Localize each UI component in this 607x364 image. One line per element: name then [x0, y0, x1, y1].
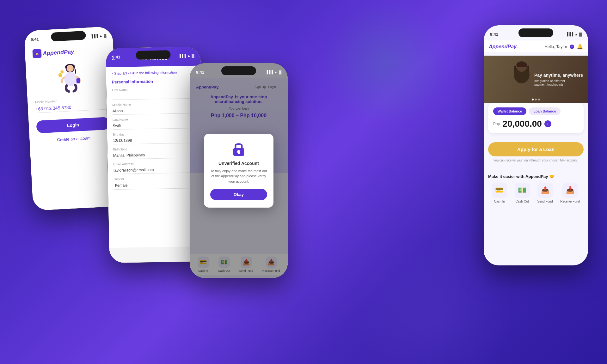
- svg-point-4: [58, 73, 62, 77]
- signal-icon-popup: ▐▐▐: [266, 70, 273, 74]
- section-title: Personal Information: [112, 78, 195, 85]
- modal-okay-button[interactable]: Okay: [210, 189, 267, 200]
- main-header-right: Hello, Taylor ✓ 🔔: [545, 44, 583, 50]
- email-input[interactable]: [113, 166, 197, 174]
- birthday-label: Birthday: [113, 131, 196, 136]
- status-icons-popup: ▐▐▐ ▲ ▓: [266, 70, 281, 74]
- easier-receivefund[interactable]: 📥 Receive Fund: [560, 183, 580, 203]
- wallet-balance-tab[interactable]: Wallet Balance: [493, 107, 526, 115]
- banner-overlay: Pay anytime, anywhere Integration of dif…: [534, 56, 583, 103]
- banner-title: Pay anytime, anywhere: [534, 72, 583, 78]
- wifi-icon: ▲: [99, 34, 103, 38]
- easier-cashin-label: Cash In: [494, 200, 505, 203]
- wifi-icon-verify: ▲: [187, 54, 191, 58]
- loan-note: You can receive your loan through your c…: [488, 158, 584, 163]
- notch-main: [518, 28, 553, 37]
- loan-balance-tab[interactable]: Loan Balance: [529, 107, 561, 115]
- easier-receivefund-label: Receive Fund: [560, 200, 580, 203]
- form-group-middlename: Middle Name: [112, 102, 196, 115]
- wifi-icon-popup: ▲: [274, 70, 278, 74]
- create-account-link[interactable]: Create an account: [37, 135, 110, 143]
- firstname-input[interactable]: [112, 91, 196, 100]
- notch-login: [51, 31, 86, 41]
- signal-icon-verify: ▐▐▐: [178, 54, 186, 58]
- bell-icon[interactable]: 🔔: [577, 44, 583, 50]
- modal-body: To fully enjoy and make the most out of …: [210, 168, 267, 184]
- banner-dots: [532, 99, 540, 100]
- battery-icon-main: ▓: [579, 32, 582, 36]
- balance-currency: Php: [493, 122, 500, 126]
- login-content: AppendPay.: [25, 42, 118, 147]
- easier-cashout[interactable]: 💵 Cash Out: [515, 183, 530, 203]
- form-group-gender: Gender Female Male Other: [113, 176, 197, 190]
- gender-select[interactable]: Female Male Other: [113, 180, 197, 190]
- logo-text: AppendPay.: [43, 48, 76, 57]
- easier-sendfund-icon: 📤: [537, 183, 553, 198]
- main-header: AppendPay. Hello, Taylor ✓ 🔔: [484, 40, 588, 52]
- firstname-label: First Name: [112, 87, 195, 92]
- lastname-input[interactable]: [113, 121, 196, 130]
- modal-title: Unverified Account: [210, 161, 267, 166]
- middlename-label: Middle Name: [112, 102, 196, 107]
- balance-amount: 20,000.00: [502, 119, 542, 129]
- easier-emoji: 🤝: [549, 174, 555, 179]
- easier-section: Make it easier with AppendPay 🤝 💳 Cash I…: [488, 174, 584, 203]
- dot-1: [532, 99, 534, 100]
- signal-icon-main: ▐▐▐: [566, 32, 573, 36]
- main-banner: Pay anytime, anywhere Integration of dif…: [484, 56, 588, 103]
- lock-icon: [231, 141, 247, 157]
- login-button[interactable]: Login: [36, 117, 110, 133]
- gender-label: Gender: [113, 176, 197, 181]
- banner-subtitle: Integration of different payment touchpo…: [534, 79, 572, 86]
- dot-2: [535, 99, 537, 100]
- svg-rect-3: [76, 78, 80, 84]
- status-icons-verify: ▐▐▐ ▲ ▓: [178, 54, 194, 58]
- main-logo-text: AppendPay.: [489, 44, 518, 49]
- signal-icon: ▐▐▐: [90, 34, 98, 38]
- easier-actions: 💳 Cash In 💵 Cash Out 📤 Send Fund 📥 Recei…: [488, 183, 584, 203]
- bg-decoration-3: [322, 0, 449, 126]
- add-money-button[interactable]: +: [544, 120, 551, 127]
- balance-tabs: Wallet Balance Loan Balance: [493, 107, 579, 115]
- logo-dot: .: [74, 48, 76, 55]
- notch-verify: [136, 50, 170, 60]
- easier-cashout-icon: 💵: [515, 183, 530, 198]
- middlename-input[interactable]: [112, 106, 196, 115]
- email-label: Email Address: [113, 161, 197, 166]
- status-time-verify: 9:41: [112, 54, 120, 59]
- modal-overlay: Unverified Account To fully enjoy and ma…: [190, 63, 288, 278]
- easier-cashout-label: Cash Out: [516, 200, 529, 203]
- modal-box: Unverified Account To fully enjoy and ma…: [204, 134, 273, 208]
- illustration-area: [33, 59, 108, 98]
- birthday-input[interactable]: [113, 136, 196, 145]
- svg-point-5: [60, 70, 64, 74]
- easier-cashin-icon: 💳: [492, 183, 507, 198]
- easier-sendfund-label: Send Fund: [537, 200, 553, 203]
- form-group-birthplace: Birthplace: [113, 146, 197, 160]
- wifi-icon-main: ▲: [574, 32, 578, 36]
- status-time-main: 9:41: [490, 32, 498, 37]
- lastname-label: Last Name: [113, 117, 196, 122]
- step-chevron: ›: [112, 71, 113, 75]
- balance-card: Wallet Balance Loan Balance Php 20,000.0…: [488, 103, 584, 133]
- phone-popup: 9:41 ▐▐▐ ▲ ▓ AppendPay. Sign Up Login ☰: [190, 63, 288, 278]
- balance-row: Php 20,000.00 +: [493, 119, 579, 129]
- status-time-popup: 9:41: [196, 70, 204, 75]
- easier-sendfund[interactable]: 📤 Send Fund: [537, 183, 553, 203]
- form-group-lastname: Last Name: [113, 117, 196, 130]
- birthplace-input[interactable]: [113, 151, 197, 160]
- verified-badge: ✓: [570, 45, 574, 49]
- status-icons-login: ▐▐▐ ▲ ▓: [90, 33, 107, 38]
- phone-main: 9:41 ▐▐▐ ▲ ▓ AppendPay. Hello, Taylor ✓ …: [484, 25, 588, 265]
- battery-icon: ▓: [104, 33, 107, 37]
- easier-cashin[interactable]: 💳 Cash In: [492, 183, 507, 203]
- appendpay-logo: AppendPay.: [32, 46, 106, 58]
- apply-loan-button[interactable]: Apply for a Loan: [488, 142, 584, 156]
- status-icons-main: ▐▐▐ ▲ ▓: [566, 32, 582, 36]
- greeting-text: Hello, Taylor: [545, 44, 567, 49]
- status-time-login: 9:41: [30, 37, 39, 42]
- main-container: 9:41 ▐▐▐ ▲ ▓ AppendPay.: [0, 0, 607, 364]
- dot-3: [538, 99, 540, 100]
- easier-title: Make it easier with AppendPay 🤝: [488, 174, 584, 179]
- logo-icon: [32, 49, 41, 58]
